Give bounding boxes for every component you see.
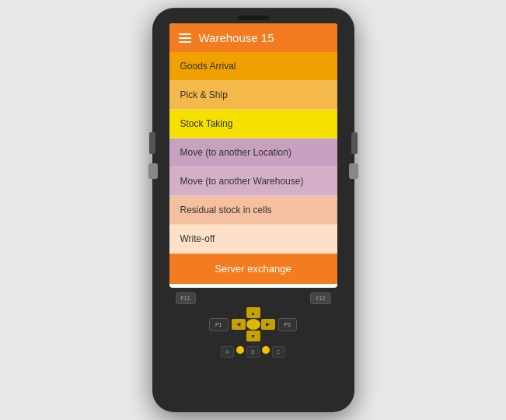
dpad-empty-tr — [261, 307, 275, 318]
p1-key[interactable]: P1 — [209, 318, 229, 331]
menu-item-residual[interactable]: Residual stock in cells — [169, 196, 337, 225]
p2-key[interactable]: P2 — [278, 318, 298, 331]
hamburger-menu-icon[interactable] — [179, 33, 191, 43]
dpad-center[interactable] — [246, 319, 260, 330]
menu-item-stock-taking[interactable]: Stock Taking — [169, 110, 337, 138]
yellow-indicator — [236, 346, 244, 354]
dpad-empty-bl — [232, 331, 246, 341]
menu-item-move-warehouse[interactable]: Move (to another Warehouse) — [169, 167, 337, 196]
menu-item-writeoff[interactable]: Write-off — [169, 225, 337, 254]
yellow-indicator2 — [262, 346, 270, 354]
server-exchange-button[interactable]: Server exchange — [169, 254, 337, 284]
app-header: Warehouse 15 — [169, 23, 337, 52]
f11-key[interactable]: F11 — [176, 292, 196, 304]
side-button-left2[interactable] — [148, 163, 158, 179]
menu-item-move-location[interactable]: Move (to another Location) — [169, 138, 337, 167]
dpad-up[interactable]: ▲ — [246, 307, 260, 318]
menu-list: Goods Arrival Pick & Ship Stock Taking M… — [169, 52, 337, 284]
dpad-down[interactable]: ▼ — [246, 331, 260, 341]
f12-key[interactable]: F12 — [310, 292, 330, 304]
side-button-right2[interactable] — [349, 163, 358, 179]
dpad: ▲ ◀ ▶ ▼ — [232, 307, 275, 341]
side-button-left[interactable] — [149, 132, 155, 154]
app-title: Warehouse 15 — [199, 31, 274, 44]
speaker — [238, 16, 269, 20]
b-key[interactable]: B — [246, 346, 260, 358]
device-top — [152, 16, 354, 20]
dpad-empty-br — [261, 331, 275, 341]
abc-row: A B C — [221, 346, 284, 358]
screen: Warehouse 15 Goods Arrival Pick & Ship S… — [169, 23, 337, 288]
a-key[interactable]: A — [221, 346, 234, 358]
handheld-device: Warehouse 15 Goods Arrival Pick & Ship S… — [152, 8, 354, 412]
side-button-right[interactable] — [351, 132, 358, 154]
dpad-right[interactable]: ▶ — [261, 319, 275, 330]
dpad-empty-tl — [232, 307, 246, 318]
nav-row: P1 ▲ ◀ ▶ ▼ P2 — [209, 307, 297, 341]
fn-row: F11 F12 — [168, 292, 339, 304]
menu-item-pick-ship[interactable]: Pick & Ship — [169, 81, 337, 110]
dpad-left[interactable]: ◀ — [232, 319, 246, 330]
c-key[interactable]: C — [272, 346, 285, 358]
keypad-area: F11 F12 P1 ▲ ◀ ▶ ▼ P2 A B C — [168, 292, 339, 412]
menu-item-goods-arrival[interactable]: Goods Arrival — [169, 52, 337, 81]
